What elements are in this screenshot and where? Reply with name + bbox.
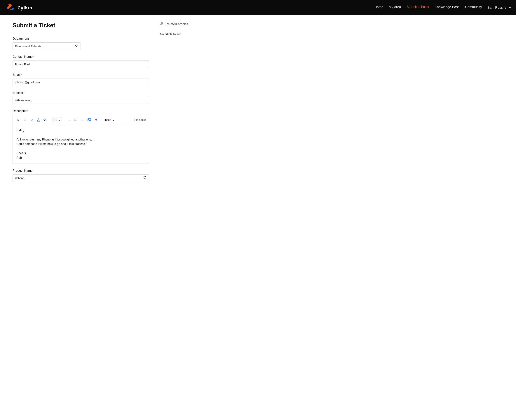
nav-my-area[interactable]: My Area: [389, 5, 401, 10]
svg-point-1: [46, 120, 46, 121]
field-description: Description B I U 12: [13, 109, 149, 164]
insert-image-button[interactable]: [86, 117, 92, 123]
nav-knowledge-base[interactable]: Knowledge Base: [435, 5, 460, 10]
brand-name: Zylker: [17, 5, 33, 11]
sidebar: Related articles No article found: [160, 22, 215, 182]
caret-down-icon: [113, 118, 114, 121]
svg-rect-0: [37, 121, 40, 121]
italic-button[interactable]: I: [22, 117, 28, 123]
department-select[interactable]: Returns and Refunds: [13, 42, 81, 50]
user-menu[interactable]: Sam Rossner: [487, 6, 511, 10]
bullet-list-button[interactable]: [73, 117, 79, 123]
user-name: Sam Rossner: [487, 6, 508, 10]
underline-button[interactable]: U: [29, 117, 35, 123]
description-editor: B I U 12: [13, 115, 149, 164]
svg-point-7: [74, 120, 75, 121]
nav-submit-ticket[interactable]: Submit a Ticket: [406, 5, 429, 10]
chevron-down-icon: [509, 7, 511, 8]
page-body: Submit a Ticket Department Returns and R…: [0, 15, 516, 193]
product-name-label: Product Name: [13, 169, 149, 172]
svg-point-15: [88, 119, 89, 120]
editor-toolbar: B I U 12: [13, 115, 149, 125]
nav-community[interactable]: Community: [465, 5, 482, 10]
fill-color-button[interactable]: [42, 117, 48, 123]
insert-menu-label: Insert: [104, 118, 111, 121]
description-textarea[interactable]: Hello, I'd like to return my Phone as I …: [13, 125, 149, 164]
subject-input[interactable]: [13, 97, 149, 104]
svg-point-6: [74, 120, 75, 120]
font-size-select[interactable]: 12: [52, 117, 62, 122]
field-product-name: Product Name: [13, 169, 149, 182]
email-label: Email: [13, 73, 149, 77]
indent-button[interactable]: [80, 117, 85, 123]
font-size-value: 12: [54, 118, 57, 121]
bold-button[interactable]: B: [16, 117, 21, 123]
brand-logo-icon: [5, 4, 15, 11]
insert-menu[interactable]: Insert: [103, 118, 116, 121]
svg-point-5: [74, 119, 75, 119]
main-column: Submit a Ticket Department Returns and R…: [13, 22, 149, 182]
svg-point-16: [144, 176, 146, 179]
search-icon[interactable]: [143, 176, 147, 180]
field-department: Department Returns and Refunds: [13, 37, 149, 50]
department-select-value: Returns and Refunds: [15, 45, 41, 48]
plain-text-toggle[interactable]: Plain text: [134, 118, 146, 121]
contact-name-label: Contact Name: [13, 55, 149, 59]
related-articles-title: Related articles: [165, 22, 188, 26]
svg-line-17: [146, 178, 147, 179]
brand[interactable]: Zylker: [5, 4, 33, 11]
page-title: Submit a Ticket: [13, 22, 149, 29]
description-label: Description: [13, 109, 149, 113]
main-nav: Home My Area Submit a Ticket Knowledge B…: [375, 5, 511, 10]
text-color-button[interactable]: [36, 117, 41, 123]
field-subject: Subject: [13, 91, 149, 104]
chevron-down-icon: [75, 45, 78, 47]
contact-name-input[interactable]: [13, 60, 149, 68]
align-button[interactable]: [66, 117, 72, 123]
description-text: Hello, I'd like to return my Phone as I …: [16, 128, 145, 160]
related-articles-header: Related articles: [160, 22, 215, 29]
email-input[interactable]: [13, 79, 149, 86]
subject-label: Subject: [13, 91, 149, 95]
topbar: Zylker Home My Area Submit a Ticket Know…: [0, 0, 516, 15]
department-label: Department: [13, 37, 149, 41]
product-name-input[interactable]: [13, 174, 149, 182]
field-contact-name: Contact Name: [13, 55, 149, 68]
nav-home[interactable]: Home: [375, 5, 383, 10]
layers-icon: [160, 22, 164, 27]
caret-down-icon: [59, 118, 60, 121]
field-email: Email: [13, 73, 149, 86]
eraser-button[interactable]: [93, 117, 99, 123]
svg-rect-14: [88, 119, 91, 121]
related-articles-empty: No article found: [160, 33, 215, 36]
